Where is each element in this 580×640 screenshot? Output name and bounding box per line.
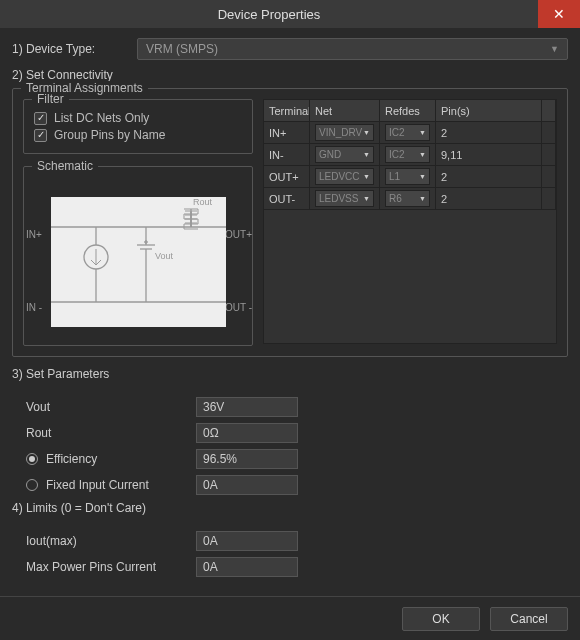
efficiency-radio[interactable]	[26, 453, 38, 465]
cell-pins[interactable]: 2	[436, 166, 542, 187]
rout-label: Rout	[26, 426, 51, 440]
group-pins-label: Group Pins by Name	[54, 128, 165, 142]
cancel-button[interactable]: Cancel	[490, 607, 568, 631]
iout-max-label: Iout(max)	[26, 534, 77, 548]
cell-pins[interactable]: 9,11	[436, 144, 542, 165]
table-row: IN+ VIN_DRV▼ IC2▼ 2	[264, 122, 556, 144]
filter-fieldset: Filter ✓ List DC Nets Only ✓ Group Pins …	[23, 99, 253, 154]
cell-terminal: OUT+	[264, 166, 310, 187]
schem-inn-label: IN -	[26, 302, 42, 313]
vout-label: Vout	[26, 400, 50, 414]
cell-pins[interactable]: 2	[436, 188, 542, 209]
filter-legend: Filter	[32, 92, 69, 106]
schem-outp-label: OUT+	[225, 229, 252, 240]
ok-button[interactable]: OK	[402, 607, 480, 631]
schem-inp-label: IN+	[26, 229, 42, 240]
device-type-select[interactable]: VRM (SMPS) ▼	[137, 38, 568, 60]
th-pins[interactable]: Pin(s)	[436, 100, 542, 121]
chevron-down-icon: ▼	[550, 44, 559, 54]
schematic-legend: Schematic	[32, 159, 98, 173]
cell-terminal: IN-	[264, 144, 310, 165]
schem-rout-text: Rout	[193, 197, 213, 207]
window-title: Device Properties	[0, 7, 538, 22]
footer: OK Cancel	[0, 596, 580, 640]
refdes-select[interactable]: IC2▼	[385, 124, 430, 141]
net-select[interactable]: LEDVCC▼	[315, 168, 374, 185]
fixed-current-radio[interactable]	[26, 479, 38, 491]
close-button[interactable]: ✕	[538, 0, 580, 28]
fixed-current-label: Fixed Input Current	[46, 478, 149, 492]
chevron-down-icon: ▼	[363, 173, 370, 180]
cell-terminal: OUT-	[264, 188, 310, 209]
set-connectivity-label: 2) Set Connectivity	[12, 68, 568, 82]
refdes-select[interactable]: IC2▼	[385, 146, 430, 163]
chevron-down-icon: ▼	[419, 173, 426, 180]
cell-pins[interactable]: 2	[436, 122, 542, 143]
max-power-pins-input[interactable]: 0A	[196, 557, 298, 577]
titlebar: Device Properties ✕	[0, 0, 580, 28]
th-terminal[interactable]: Terminal	[264, 100, 310, 121]
schematic-box: Schematic IN+ IN - OUT+ OUT -	[23, 166, 253, 346]
th-refdes[interactable]: Refdes	[380, 100, 436, 121]
net-select[interactable]: GND▼	[315, 146, 374, 163]
list-dc-nets-label: List DC Nets Only	[54, 111, 149, 125]
chevron-down-icon: ▼	[363, 129, 370, 136]
close-icon: ✕	[553, 6, 565, 22]
limits-label: 4) Limits (0 = Don't Care)	[12, 501, 568, 515]
set-parameters-label: 3) Set Parameters	[12, 367, 568, 381]
chevron-down-icon: ▼	[363, 151, 370, 158]
table-row: OUT+ LEDVCC▼ L1▼ 2	[264, 166, 556, 188]
cell-terminal: IN+	[264, 122, 310, 143]
terminal-table: Terminal Net Refdes Pin(s) IN+ VIN_DRV▼ …	[263, 99, 557, 344]
efficiency-label: Efficiency	[46, 452, 97, 466]
terminal-assignments-fieldset: Terminal Assignments Filter ✓ List DC Ne…	[12, 88, 568, 357]
chevron-down-icon: ▼	[419, 151, 426, 158]
refdes-select[interactable]: L1▼	[385, 168, 430, 185]
chevron-down-icon: ▼	[363, 195, 370, 202]
group-pins-checkbox[interactable]: ✓	[34, 129, 47, 142]
iout-max-input[interactable]: 0A	[196, 531, 298, 551]
net-select[interactable]: VIN_DRV▼	[315, 124, 374, 141]
chevron-down-icon: ▼	[419, 195, 426, 202]
efficiency-input[interactable]: 96.5%	[196, 449, 298, 469]
schem-vout-text: Vout	[155, 251, 174, 261]
device-type-value: VRM (SMPS)	[146, 42, 218, 56]
table-row: OUT- LEDVSS▼ R6▼ 2	[264, 188, 556, 210]
vout-input[interactable]: 36V	[196, 397, 298, 417]
device-type-label: 1) Device Type:	[12, 42, 137, 56]
schematic-diagram: Rout Vout	[51, 197, 226, 327]
th-net[interactable]: Net	[310, 100, 380, 121]
rout-input[interactable]: 0Ω	[196, 423, 298, 443]
refdes-select[interactable]: R6▼	[385, 190, 430, 207]
table-row: IN- GND▼ IC2▼ 9,11	[264, 144, 556, 166]
max-power-pins-label: Max Power Pins Current	[26, 560, 156, 574]
schem-outn-label: OUT -	[225, 302, 252, 313]
fixed-current-input[interactable]: 0A	[196, 475, 298, 495]
net-select[interactable]: LEDVSS▼	[315, 190, 374, 207]
list-dc-nets-checkbox[interactable]: ✓	[34, 112, 47, 125]
chevron-down-icon: ▼	[419, 129, 426, 136]
